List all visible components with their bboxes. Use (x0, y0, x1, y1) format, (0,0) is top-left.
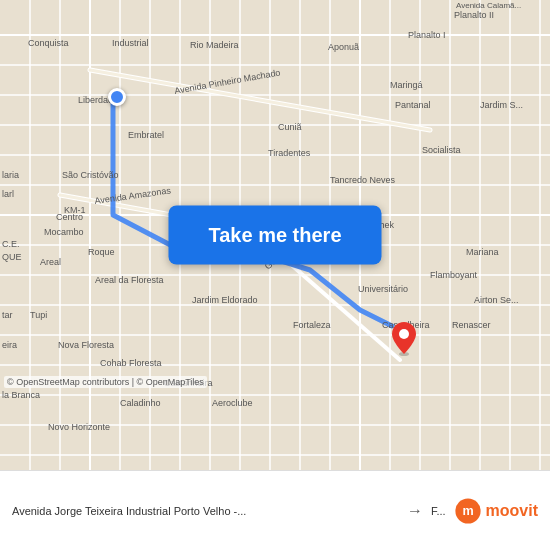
svg-text:Conquista: Conquista (28, 38, 69, 48)
svg-text:Tancredo Neves: Tancredo Neves (330, 175, 396, 185)
svg-text:Cuniã: Cuniã (278, 122, 302, 132)
svg-text:Caladinho: Caladinho (120, 398, 161, 408)
copyright-text: © OpenStreetMap contributors | © OpenMap… (4, 376, 207, 388)
svg-text:Universitário: Universitário (358, 284, 408, 294)
svg-text:Socialista: Socialista (422, 145, 461, 155)
svg-text:Pantanal: Pantanal (395, 100, 431, 110)
svg-text:Airton Se...: Airton Se... (474, 295, 519, 305)
svg-text:Novo Horizonte: Novo Horizonte (48, 422, 110, 432)
svg-text:tar: tar (2, 310, 13, 320)
svg-text:Fortaleza: Fortaleza (293, 320, 331, 330)
svg-text:Embratel: Embratel (128, 130, 164, 140)
svg-text:la Branca: la Branca (2, 390, 40, 400)
svg-text:São Cristóvão: São Cristóvão (62, 170, 119, 180)
svg-text:Nova Floresta: Nova Floresta (58, 340, 114, 350)
svg-text:C.E.: C.E. (2, 239, 20, 249)
take-me-there-button[interactable]: Take me there (168, 206, 381, 265)
svg-text:Areal da Floresta: Areal da Floresta (95, 275, 164, 285)
svg-text:Roque: Roque (88, 247, 115, 257)
svg-text:Mariana: Mariana (466, 247, 499, 257)
svg-text:Jardim S...: Jardim S... (480, 100, 523, 110)
svg-text:Tupi: Tupi (30, 310, 47, 320)
route-to: F... (431, 505, 446, 517)
svg-text:laria: laria (2, 170, 19, 180)
svg-text:Aeroclube: Aeroclube (212, 398, 253, 408)
svg-text:QUE: QUE (2, 252, 22, 262)
moovit-logo: m moovit (454, 497, 538, 525)
destination-pin (390, 320, 418, 356)
moovit-logo-icon: m (454, 497, 482, 525)
svg-text:Maringá: Maringá (390, 80, 423, 90)
svg-point-90 (399, 329, 409, 339)
svg-text:Rio Madeira: Rio Madeira (190, 40, 239, 50)
svg-text:Tiradentes: Tiradentes (268, 148, 311, 158)
origin-pin (108, 88, 126, 106)
svg-text:Planalto II: Planalto II (454, 10, 494, 20)
svg-text:Centro: Centro (56, 212, 83, 222)
route-from: Avenida Jorge Teixeira Industrial Porto … (12, 505, 399, 517)
svg-text:larl: larl (2, 189, 14, 199)
svg-text:Avenida Calamã...: Avenida Calamã... (456, 1, 521, 10)
svg-text:Jardim Eldorado: Jardim Eldorado (192, 295, 258, 305)
map-container: Industrial Conquista Planalto II Planalt… (0, 0, 550, 470)
svg-text:Renascer: Renascer (452, 320, 491, 330)
moovit-brand-text: moovit (486, 502, 538, 520)
svg-text:Areal: Areal (40, 257, 61, 267)
svg-text:Cohab Floresta: Cohab Floresta (100, 358, 162, 368)
svg-text:eira: eira (2, 340, 17, 350)
svg-text:Aponuã: Aponuã (328, 42, 359, 52)
arrow-icon: → (407, 502, 423, 520)
svg-text:Mocambo: Mocambo (44, 227, 84, 237)
bottom-bar: Avenida Jorge Teixeira Industrial Porto … (0, 470, 550, 550)
svg-text:Industrial: Industrial (112, 38, 149, 48)
svg-text:m: m (462, 504, 473, 518)
svg-text:Flamboyant: Flamboyant (430, 270, 478, 280)
svg-text:Planalto I: Planalto I (408, 30, 446, 40)
